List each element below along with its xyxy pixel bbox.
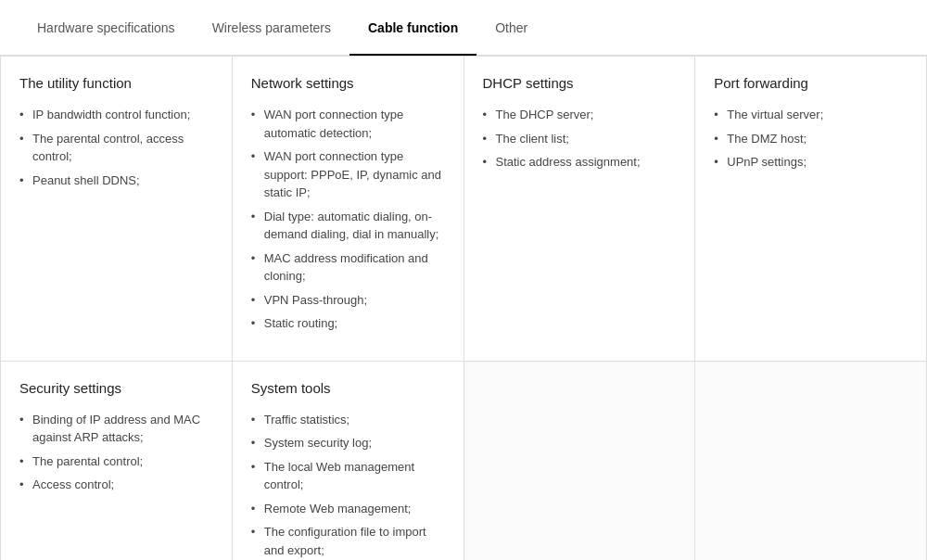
system-tools-list: Traffic statistics; System security log;…: [251, 411, 445, 561]
list-item: MAC address modification and cloning;: [251, 249, 445, 286]
list-item: The client list;: [483, 130, 677, 148]
port-forwarding-title: Port forwarding: [714, 75, 908, 91]
dhcp-section: DHCP settings The DHCP server; The clien…: [464, 57, 696, 362]
port-forwarding-list: The virtual server; The DMZ host; UPnP s…: [714, 106, 908, 172]
list-item: The DMZ host;: [714, 130, 908, 148]
tab-cable[interactable]: Cable function: [349, 0, 476, 56]
system-tools-title: System tools: [251, 380, 445, 396]
list-item: Access control;: [19, 476, 213, 494]
tab-other[interactable]: Other: [476, 0, 546, 56]
list-item: The configuration file to import and exp…: [251, 523, 445, 559]
list-item: The parental control, access control;: [19, 130, 213, 166]
empty-cell-1: [464, 362, 696, 561]
list-item: Static address assignment;: [483, 153, 677, 172]
content-grid: The utility function IP bandwidth contro…: [0, 56, 927, 560]
tab-bar: Hardware specifications Wireless paramet…: [0, 0, 927, 56]
network-title: Network settings: [251, 75, 445, 91]
list-item: UPnP settings;: [714, 153, 908, 172]
dhcp-list: The DHCP server; The client list; Static…: [483, 106, 677, 172]
list-item: The local Web management control;: [251, 458, 445, 494]
system-tools-section: System tools Traffic statistics; System …: [233, 362, 464, 561]
list-item: Traffic statistics;: [251, 411, 445, 429]
list-item: The DHCP server;: [483, 106, 677, 124]
dhcp-title: DHCP settings: [483, 75, 677, 91]
list-item: Dial type: automatic dialing, on-demand …: [251, 208, 445, 244]
security-title: Security settings: [19, 380, 213, 396]
list-item: VPN Pass-through;: [251, 291, 445, 310]
list-item: Binding of IP address and MAC against AR…: [19, 411, 213, 447]
network-list: WAN port connection type automatic detec…: [251, 106, 445, 333]
security-list: Binding of IP address and MAC against AR…: [19, 411, 213, 494]
tab-wireless[interactable]: Wireless parameters: [194, 0, 349, 56]
list-item: IP bandwidth control function;: [19, 106, 213, 124]
tab-hardware[interactable]: Hardware specifications: [19, 0, 194, 56]
list-item: WAN port connection type automatic detec…: [251, 106, 445, 142]
list-item: WAN port connection type support: PPPoE,…: [251, 147, 445, 202]
port-forwarding-section: Port forwarding The virtual server; The …: [695, 57, 927, 362]
list-item: The virtual server;: [714, 106, 908, 124]
network-section: Network settings WAN port connection typ…: [233, 57, 464, 362]
list-item: Peanut shell DDNS;: [19, 172, 213, 190]
list-item: Remote Web management;: [251, 500, 445, 518]
security-section: Security settings Binding of IP address …: [1, 362, 233, 561]
utility-list: IP bandwidth control function; The paren…: [19, 106, 213, 189]
list-item: Static routing;: [251, 314, 445, 333]
empty-cell-2: [695, 362, 927, 561]
utility-section: The utility function IP bandwidth contro…: [1, 57, 233, 362]
list-item: System security log;: [251, 434, 445, 452]
utility-title: The utility function: [19, 75, 213, 91]
list-item: The parental control;: [19, 452, 213, 471]
